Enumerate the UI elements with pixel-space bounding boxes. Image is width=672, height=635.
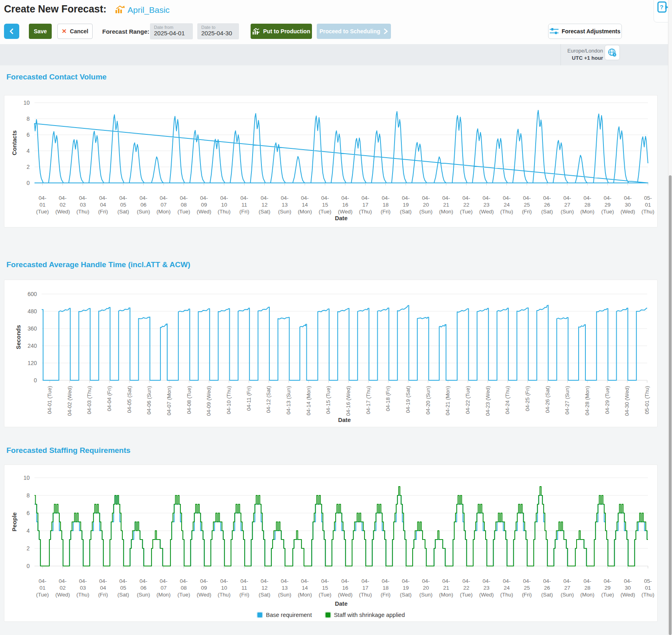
svg-text:04-16 (Wed): 04-16 (Wed) [345, 386, 351, 416]
svg-text:24: 24 [504, 202, 510, 208]
svg-text:23: 23 [484, 202, 490, 208]
chart-card-staffing: 024681004-01(Tue)04-02(Wed)04-03(Thu)04-… [4, 465, 658, 622]
svg-text:04-: 04- [59, 195, 67, 201]
svg-text:12: 12 [261, 585, 267, 591]
timezone-globe-button[interactable] [605, 45, 620, 60]
svg-text:07: 07 [160, 585, 166, 591]
svg-text:04-: 04- [462, 195, 470, 201]
svg-text:01: 01 [645, 585, 651, 591]
svg-text:04-: 04- [382, 195, 390, 201]
back-button[interactable] [4, 24, 19, 39]
svg-text:04-14 (Mon): 04-14 (Mon) [306, 386, 312, 416]
svg-text:(Tue): (Tue) [460, 209, 473, 215]
svg-text:(Fri): (Fri) [522, 592, 532, 598]
svg-text:(Fri): (Fri) [239, 209, 249, 215]
svg-text:(Wed): (Wed) [620, 209, 635, 215]
svg-text:04-: 04- [604, 578, 612, 584]
put-to-production-button[interactable]: Put to Production [251, 24, 312, 39]
help-icon[interactable]: ? [657, 1, 669, 13]
svg-text:04-: 04- [442, 195, 450, 201]
forecast-chart-icon [115, 5, 125, 16]
svg-text:(Sat): (Sat) [541, 592, 553, 598]
svg-text:(Sun): (Sun) [278, 592, 291, 598]
staffing-chart: 024681004-01(Tue)04-02(Wed)04-03(Thu)04-… [4, 465, 658, 624]
svg-text:04-08 (Tue): 04-08 (Tue) [186, 386, 192, 414]
svg-text:22: 22 [463, 202, 469, 208]
svg-text:(Sun): (Sun) [137, 592, 150, 598]
svg-text:04-: 04- [503, 195, 511, 201]
svg-text:13: 13 [281, 585, 287, 591]
svg-text:09: 09 [201, 585, 207, 591]
svg-text:(Sun): (Sun) [561, 209, 574, 215]
svg-text:600: 600 [28, 291, 37, 297]
svg-text:(Tue): (Tue) [319, 592, 332, 598]
svg-text:04-: 04- [79, 578, 87, 584]
svg-text:04-: 04- [241, 578, 249, 584]
legend-swatch-green [326, 613, 330, 617]
forecast-range-label: Forecast Range: [102, 28, 150, 35]
cancel-button[interactable]: ✕ Cancel [57, 24, 93, 39]
date-to-field[interactable]: Date to 2025-04-30 [197, 23, 239, 39]
date-from-field[interactable]: Date from 2025-04-01 [150, 23, 193, 39]
scrollbar-thumb[interactable] [669, 175, 672, 635]
svg-text:23: 23 [484, 585, 490, 591]
svg-text:(Sat): (Sat) [117, 592, 129, 598]
svg-text:0: 0 [34, 377, 37, 383]
svg-text:(Fri): (Fri) [522, 209, 532, 215]
svg-text:(Fri): (Fri) [381, 209, 391, 215]
svg-text:2: 2 [26, 545, 30, 552]
svg-text:(Thu): (Thu) [359, 592, 372, 598]
svg-text:4: 4 [26, 148, 30, 154]
svg-text:01: 01 [39, 202, 45, 208]
svg-text:(Thu): (Thu) [218, 592, 231, 598]
svg-text:04-: 04- [281, 195, 289, 201]
svg-text:05-: 05- [644, 578, 652, 584]
svg-text:06: 06 [140, 585, 146, 591]
svg-text:04-: 04- [180, 578, 188, 584]
put-to-production-label: Put to Production [263, 28, 310, 34]
svg-text:30: 30 [625, 202, 631, 208]
svg-text:04: 04 [100, 585, 106, 591]
svg-text:04-04 (Fri): 04-04 (Fri) [106, 386, 112, 411]
svg-text:02: 02 [60, 202, 66, 208]
globe-clock-icon [607, 48, 617, 57]
chevron-left-icon [8, 28, 15, 34]
svg-text:04-03 (Thu): 04-03 (Thu) [86, 386, 92, 414]
chart-card-contact-volume: 024681004-01(Tue)04-02(Wed)04-03(Thu)04-… [4, 95, 658, 227]
svg-text:04-: 04- [301, 578, 309, 584]
svg-text:19: 19 [403, 202, 409, 208]
svg-text:(Tue): (Tue) [177, 592, 190, 598]
svg-text:Seconds: Seconds [15, 325, 22, 349]
save-button[interactable]: Save [29, 24, 52, 39]
svg-text:29: 29 [605, 202, 611, 208]
forecast-adjustments-button[interactable]: Forecast Adjustments [548, 24, 622, 39]
svg-text:20: 20 [423, 202, 429, 208]
svg-text:(Thu): (Thu) [77, 592, 89, 598]
svg-text:04-25 (Fri): 04-25 (Fri) [524, 386, 530, 411]
svg-text:0: 0 [26, 180, 30, 186]
svg-text:04-: 04- [160, 195, 168, 201]
svg-text:04-21 (Mon): 04-21 (Mon) [445, 386, 451, 416]
legend-item-shrinkage[interactable]: Staff with shrinkage applied [326, 612, 405, 618]
svg-text:(Tue): (Tue) [601, 592, 614, 598]
svg-text:04-: 04- [503, 578, 511, 584]
forecast-adjustments-label: Forecast Adjustments [562, 28, 621, 34]
timezone-offset: UTC +1 hour [561, 55, 603, 61]
svg-text:04-01 (Tue): 04-01 (Tue) [47, 386, 53, 414]
svg-text:Date: Date [338, 417, 350, 423]
svg-text:04-02 (Wed): 04-02 (Wed) [67, 386, 73, 416]
legend-item-base-requirement[interactable]: Base requirement [257, 612, 312, 618]
svg-text:(Mon): (Mon) [439, 209, 453, 215]
svg-text:01: 01 [39, 585, 45, 591]
svg-text:04-: 04- [483, 578, 491, 584]
svg-text:(Tue): (Tue) [177, 209, 190, 215]
svg-text:(Mon): (Mon) [439, 592, 453, 598]
proceed-to-scheduling-button[interactable]: Proceed to Scheduling [317, 24, 391, 39]
svg-text:04-: 04- [442, 578, 450, 584]
forecast-name-link[interactable]: April_Basic [128, 5, 170, 15]
svg-text:(Fri): (Fri) [98, 209, 108, 215]
svg-text:04-: 04- [261, 578, 269, 584]
svg-text:04-: 04- [583, 195, 591, 201]
svg-text:04-: 04- [281, 578, 289, 584]
production-chart-icon [252, 28, 260, 35]
